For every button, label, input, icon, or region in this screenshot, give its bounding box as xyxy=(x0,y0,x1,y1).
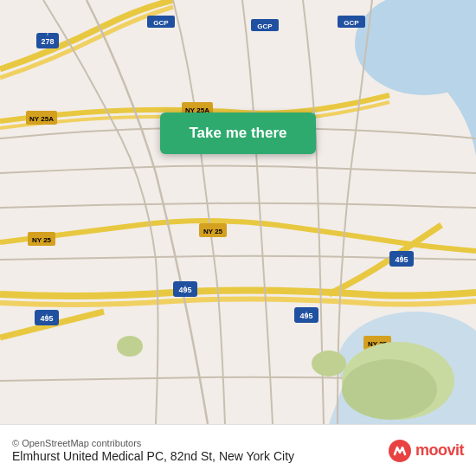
bottom-bar: © OpenStreetMap contributors Elmhurst Un… xyxy=(0,424,476,476)
svg-text:495: 495 xyxy=(178,286,191,294)
svg-text:GCP: GCP xyxy=(153,19,169,27)
map-svg: 278 I GCP GCP GCP NY 25A NY 25A NY 25 NY… xyxy=(0,0,476,424)
svg-text:GCP: GCP xyxy=(257,23,273,30)
map-popup: Take me there xyxy=(160,113,316,154)
location-label: Elmhurst United Medical PC, 82nd St, New… xyxy=(12,449,294,463)
svg-text:GCP: GCP xyxy=(344,19,359,27)
svg-point-37 xyxy=(312,351,346,376)
moovit-icon xyxy=(388,439,412,463)
svg-text:495: 495 xyxy=(299,312,312,320)
moovit-logo: moovit xyxy=(388,439,464,463)
moovit-label: moovit xyxy=(415,441,464,460)
svg-text:NY 25A: NY 25A xyxy=(29,115,54,123)
svg-text:495: 495 xyxy=(40,314,53,323)
svg-text:495: 495 xyxy=(395,255,408,264)
bottom-left-info: © OpenStreetMap contributors Elmhurst Un… xyxy=(12,438,294,463)
svg-text:NY 25: NY 25 xyxy=(203,228,223,235)
svg-text:NY 25: NY 25 xyxy=(32,236,52,244)
svg-point-38 xyxy=(117,336,143,357)
take-me-there-button[interactable]: Take me there xyxy=(160,113,316,154)
svg-point-36 xyxy=(342,359,437,420)
svg-text:278: 278 xyxy=(41,37,54,46)
svg-text:I: I xyxy=(47,30,48,36)
map-area: 278 I GCP GCP GCP NY 25A NY 25A NY 25 NY… xyxy=(0,0,476,424)
osm-attribution: © OpenStreetMap contributors xyxy=(12,438,294,448)
